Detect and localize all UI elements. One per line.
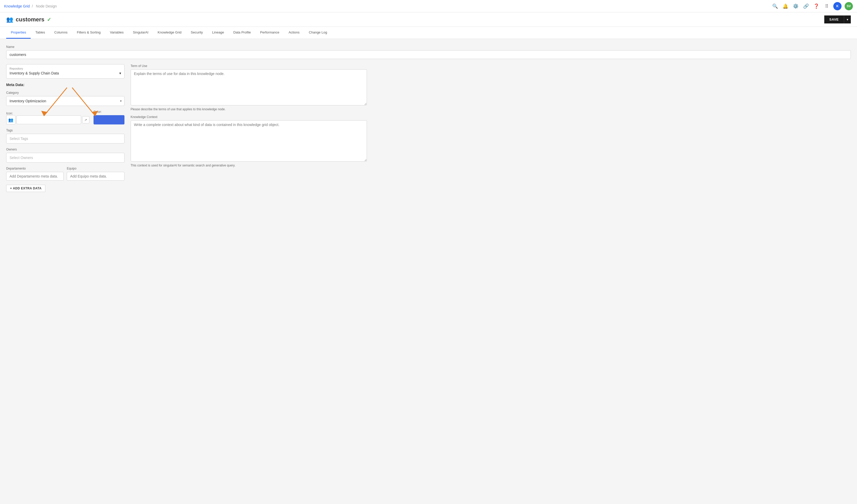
help-icon[interactable]: ❓ bbox=[813, 3, 820, 10]
equipo-input[interactable] bbox=[67, 172, 124, 181]
save-button-group: SAVE ▾ bbox=[824, 15, 851, 23]
equipo-label: Equipo bbox=[67, 167, 124, 170]
owners-section: Owners Select Owners bbox=[6, 148, 124, 163]
tab-data-profile[interactable]: Data Profile bbox=[229, 27, 256, 39]
user-avatar[interactable]: SV bbox=[845, 2, 853, 10]
right-column: Term of Use Please describe the terms of… bbox=[131, 64, 367, 192]
knowledge-context-label: Knowledge Context bbox=[131, 115, 367, 119]
breadcrumb-current-page: Node Design bbox=[36, 4, 57, 8]
icon-label: Icon: bbox=[6, 112, 89, 115]
save-dropdown-button[interactable]: ▾ bbox=[844, 15, 851, 23]
node-name: customers bbox=[16, 16, 44, 23]
departamento-label: Departamento bbox=[6, 167, 64, 170]
equipo-section: Equipo bbox=[67, 167, 124, 181]
category-select[interactable]: Inventory Optimizacion ▾ bbox=[6, 96, 124, 106]
tab-columns[interactable]: Columns bbox=[50, 27, 72, 39]
term-of-use-helper: Please describe the terms of use that ap… bbox=[131, 107, 367, 111]
knowledge-context-textarea[interactable] bbox=[131, 120, 367, 162]
icon-symbol: 👥 bbox=[8, 117, 13, 122]
main-content: Name Repository Inventory & Supply Chain… bbox=[0, 39, 857, 502]
tags-input[interactable]: Select Tags bbox=[6, 134, 124, 144]
tabs-bar: Properties Tables Columns Filters & Sort… bbox=[0, 27, 857, 39]
term-of-use-section: Term of Use Please describe the terms of… bbox=[131, 64, 367, 111]
icon-input-group: 👥 ↗ bbox=[6, 115, 89, 124]
share-icon[interactable]: 🔗 bbox=[802, 3, 810, 10]
category-select-inner[interactable]: Inventory Optimizacion bbox=[6, 96, 124, 106]
icon-external-link[interactable]: ↗ bbox=[82, 116, 89, 123]
metadata-section: Meta Data: bbox=[6, 83, 124, 87]
category-dropdown-arrow: ▾ bbox=[120, 99, 122, 103]
save-button[interactable]: SAVE bbox=[824, 15, 844, 23]
color-label: Color: bbox=[94, 110, 124, 114]
color-field: Color: bbox=[94, 110, 124, 124]
owners-input[interactable]: Select Owners bbox=[6, 153, 124, 163]
tab-properties[interactable]: Properties bbox=[6, 27, 31, 39]
node-check-icon: ✓ bbox=[47, 16, 51, 23]
icon-preview: 👥 bbox=[6, 115, 15, 124]
left-column: Repository Inventory & Supply Chain Data… bbox=[6, 64, 124, 192]
tab-security[interactable]: Security bbox=[186, 27, 207, 39]
knowledge-context-section: Knowledge Context This context is used f… bbox=[131, 115, 367, 167]
tags-label: Tags bbox=[6, 129, 124, 132]
tab-tables[interactable]: Tables bbox=[31, 27, 50, 39]
name-label: Name bbox=[6, 45, 851, 49]
departamento-input[interactable] bbox=[6, 172, 64, 181]
name-input[interactable] bbox=[6, 50, 851, 59]
repository-box: Repository Inventory & Supply Chain Data… bbox=[6, 64, 124, 79]
tab-filters-sorting[interactable]: Filters & Sorting bbox=[72, 27, 105, 39]
tab-change-log[interactable]: Change Log bbox=[304, 27, 332, 39]
tab-actions[interactable]: Actions bbox=[284, 27, 304, 39]
dept-equipo-row: Departamento Equipo bbox=[6, 167, 124, 181]
node-header: 👥 customers ✓ SAVE ▾ bbox=[0, 12, 857, 27]
knowledge-context-helper: This context is used for singularAI for … bbox=[131, 164, 367, 167]
tags-placeholder: Select Tags bbox=[10, 137, 28, 141]
breadcrumb-link-knowledge-grid[interactable]: Knowledge Grid bbox=[4, 4, 30, 8]
topbar-actions: 🔍 🔔 ⚙️ 🔗 ❓ ⠿ K SV bbox=[771, 2, 853, 10]
tab-knowledge-grid[interactable]: Knowledge Grid bbox=[153, 27, 186, 39]
content-grid: Repository Inventory & Supply Chain Data… bbox=[6, 64, 367, 192]
tab-variables[interactable]: Variables bbox=[105, 27, 128, 39]
repository-label: Repository bbox=[6, 65, 124, 70]
add-extra-data-area: + ADD EXTRA DATA bbox=[6, 185, 124, 192]
repository-dropdown-arrow: ▾ bbox=[119, 71, 121, 75]
topbar: Knowledge Grid / Node Design 🔍 🔔 ⚙️ 🔗 ❓ … bbox=[0, 0, 857, 12]
repository-section: Repository Inventory & Supply Chain Data… bbox=[6, 64, 124, 79]
breadcrumb: Knowledge Grid / Node Design bbox=[4, 4, 58, 8]
term-of-use-textarea[interactable] bbox=[131, 69, 367, 105]
owners-placeholder: Select Owners bbox=[10, 156, 33, 160]
category-section: Category Inventory Optimizacion ▾ bbox=[6, 91, 124, 106]
node-people-icon: 👥 bbox=[6, 16, 13, 23]
repository-value-row[interactable]: Inventory & Supply Chain Data ▾ bbox=[6, 70, 124, 77]
departamento-section: Departamento bbox=[6, 167, 64, 181]
bell-icon[interactable]: 🔔 bbox=[782, 3, 789, 10]
breadcrumb-area: Knowledge Grid / Node Design bbox=[4, 4, 58, 8]
category-label: Category bbox=[6, 91, 124, 95]
metadata-label: Meta Data: bbox=[6, 83, 124, 87]
repository-value-text: Inventory & Supply Chain Data bbox=[10, 71, 59, 75]
tab-performance[interactable]: Performance bbox=[256, 27, 284, 39]
settings-icon[interactable]: ⚙️ bbox=[792, 3, 799, 10]
tags-section: Tags Select Tags bbox=[6, 129, 124, 144]
tab-singularai[interactable]: SingularAI bbox=[128, 27, 153, 39]
tab-lineage[interactable]: Lineage bbox=[207, 27, 229, 39]
search-icon[interactable]: 🔍 bbox=[771, 3, 779, 10]
color-picker[interactable] bbox=[94, 115, 124, 124]
node-title-area: 👥 customers ✓ bbox=[6, 16, 51, 23]
icon-text-input[interactable] bbox=[16, 115, 81, 124]
term-of-use-label: Term of Use bbox=[131, 64, 367, 68]
owners-label: Owners bbox=[6, 148, 124, 151]
icon-color-row: Icon: 👥 ↗ Color: bbox=[6, 110, 124, 124]
icon-field: Icon: 👥 ↗ bbox=[6, 112, 89, 124]
breadcrumb-separator: / bbox=[32, 4, 33, 8]
add-extra-data-button[interactable]: + ADD EXTRA DATA bbox=[6, 185, 45, 192]
brand-avatar[interactable]: K bbox=[833, 2, 842, 10]
category-value: Inventory Optimizacion bbox=[10, 99, 46, 103]
grid-icon[interactable]: ⠿ bbox=[823, 3, 830, 10]
name-section: Name bbox=[6, 45, 851, 59]
